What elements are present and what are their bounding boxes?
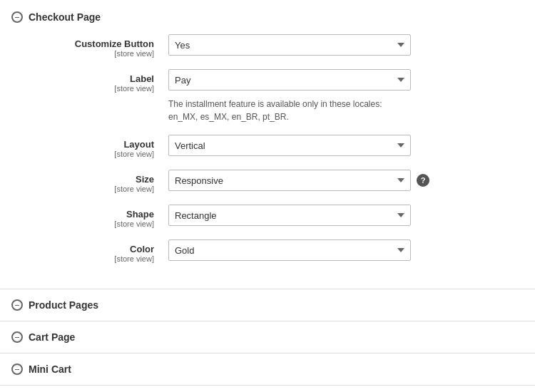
shape-control: Rectangle Pill <box>168 205 524 226</box>
checkout-page-collapse-icon <box>11 11 23 23</box>
layout-select-row: Vertical Horizontal <box>168 135 411 156</box>
size-select[interactable]: Responsive Small Medium Large <box>168 170 411 191</box>
customize-button-row: Customize Button [store view] Yes No <box>11 34 524 58</box>
shape-label: Shape [store view] <box>11 205 168 228</box>
cart-page-collapse-icon <box>11 331 23 343</box>
color-row: Color [store view] Gold Blue Silver Blac… <box>11 239 524 263</box>
label-row: Label [store view] Pay Checkout Buy Now … <box>11 69 524 123</box>
shape-select-row: Rectangle Pill <box>168 205 411 226</box>
checkout-page-body: Customize Button [store view] Yes No Lab… <box>11 26 524 280</box>
size-select-row: Responsive Small Medium Large ? <box>168 170 429 191</box>
customize-button-select[interactable]: Yes No <box>168 34 411 56</box>
mini-cart-section: Mini Cart <box>0 354 535 386</box>
layout-label: Layout [store view] <box>11 135 168 158</box>
cart-page-section: Cart Page <box>0 321 535 354</box>
customize-button-control: Yes No <box>168 34 524 56</box>
color-select-row: Gold Blue Silver Black White <box>168 239 411 261</box>
customize-button-select-row: Yes No <box>168 34 411 56</box>
mini-cart-title: Mini Cart <box>29 363 71 375</box>
size-control: Responsive Small Medium Large ? <box>168 170 524 191</box>
cart-page-header[interactable]: Cart Page <box>11 331 524 343</box>
label-control: Pay Checkout Buy Now Donate The installm… <box>168 69 524 123</box>
color-label: Color [store view] <box>11 239 168 263</box>
checkout-page-header[interactable]: Checkout Page <box>11 9 524 26</box>
product-pages-collapse-icon <box>11 299 23 311</box>
mini-cart-collapse-icon <box>11 363 23 375</box>
mini-cart-header[interactable]: Mini Cart <box>11 363 524 375</box>
size-help-icon[interactable]: ? <box>417 174 429 187</box>
shape-select[interactable]: Rectangle Pill <box>168 205 411 226</box>
customize-button-label: Customize Button [store view] <box>11 34 168 58</box>
color-select[interactable]: Gold Blue Silver Black White <box>168 239 411 261</box>
product-pages-header[interactable]: Product Pages <box>11 299 524 311</box>
label-note: The installment feature is available onl… <box>168 98 411 123</box>
label-select-row: Pay Checkout Buy Now Donate <box>168 69 411 91</box>
layout-row: Layout [store view] Vertical Horizontal <box>11 135 524 158</box>
size-label: Size [store view] <box>11 170 168 193</box>
product-pages-section: Product Pages <box>0 289 535 321</box>
color-control: Gold Blue Silver Black White <box>168 239 524 261</box>
label-field-label: Label [store view] <box>11 69 168 93</box>
size-row: Size [store view] Responsive Small Mediu… <box>11 170 524 193</box>
label-select[interactable]: Pay Checkout Buy Now Donate <box>168 69 411 91</box>
shape-row: Shape [store view] Rectangle Pill <box>11 205 524 228</box>
product-pages-title: Product Pages <box>29 299 98 311</box>
layout-control: Vertical Horizontal <box>168 135 524 156</box>
checkout-page-title: Checkout Page <box>29 11 101 23</box>
cart-page-title: Cart Page <box>29 331 75 343</box>
checkout-page-section: Checkout Page Customize Button [store vi… <box>0 0 535 289</box>
layout-select[interactable]: Vertical Horizontal <box>168 135 411 156</box>
